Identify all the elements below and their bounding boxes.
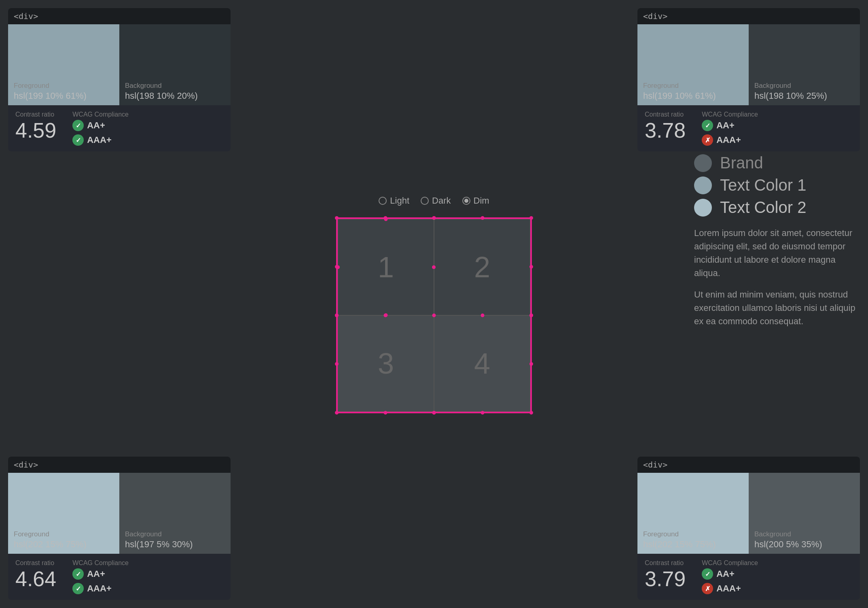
body-text-1: Lorem ipsum dolor sit amet, consectetur … [694, 226, 856, 280]
bg-value-br: hsl(200 5% 35%) [754, 539, 854, 550]
radio-light[interactable] [379, 197, 387, 205]
card-top-left: <div> Foreground hsl(199 10% 61%) Backgr… [8, 8, 231, 151]
wcag-label-tl: WCAG Compliance [72, 111, 129, 118]
col3-handle-bottom [481, 411, 485, 415]
aaa-text-tl: AAA+ [87, 135, 112, 145]
card-bottom-right-title: <div> [643, 460, 667, 470]
legend-text2: Text Color 2 [694, 198, 856, 217]
row1-handle-right [529, 265, 533, 269]
radio-dim[interactable] [462, 197, 470, 205]
contrast-value-br: 3.79 [645, 568, 686, 589]
col1-handle-bottom [384, 411, 387, 415]
bg-value-bl: hsl(197 5% 30%) [125, 539, 225, 550]
text2-label: Text Color 2 [720, 198, 806, 217]
mid-handle-bottom [432, 411, 436, 415]
contrast-label-tl: Contrast ratio [15, 111, 56, 118]
bg-value-tr: hsl(198 10% 25%) [754, 91, 854, 101]
theme-dark-label: Dark [432, 196, 451, 206]
text1-circle [694, 176, 712, 194]
center-handle [432, 314, 436, 317]
aa-check-bl: ✓ [72, 568, 84, 580]
stats-tr: Contrast ratio 3.78 WCAG Compliance ✓ AA… [637, 105, 860, 151]
aaa-text-tr: AAA+ [716, 135, 741, 145]
theme-dim[interactable]: Dim [462, 196, 489, 206]
wcag-aaa-tr: ✗ AAA+ [702, 134, 758, 146]
foreground-swatch-br: Foreground hsl(202 15% 75%) [637, 473, 749, 554]
brand-circle [694, 154, 712, 172]
grid-cell-3: 3 [338, 315, 434, 412]
bg-label-bl: Background [125, 530, 225, 538]
row3-handle-left [335, 362, 339, 366]
stats-bl: Contrast ratio 4.64 WCAG Compliance ✓ AA… [8, 554, 231, 600]
fg-label-bl: Foreground [14, 530, 114, 538]
aaa-text-br: AAA+ [716, 583, 741, 594]
bg-label-tr: Background [754, 82, 854, 90]
wcag-label-tr: WCAG Compliance [702, 111, 758, 118]
aaa-x-br: ✗ [702, 583, 713, 594]
fg-value-tl: hsl(199 10% 61%) [14, 91, 114, 101]
cell-1-label: 1 [378, 251, 394, 284]
theme-dim-label: Dim [474, 196, 489, 206]
aa-check-tr: ✓ [702, 120, 713, 131]
fg-value-bl: hsl(202 15% 75%) [14, 539, 114, 550]
wcag-aaa-tl: ✓ AAA+ [72, 134, 129, 146]
mid-handle-right [529, 314, 533, 317]
text1-label: Text Color 1 [720, 176, 806, 194]
card-bottom-left: <div> Foreground hsl(202 15% 75%) Backgr… [8, 457, 231, 600]
bg-label-br: Background [754, 530, 854, 538]
background-swatch-tr: Background hsl(198 10% 25%) [749, 24, 860, 105]
wcag-aa-tr: ✓ AA+ [702, 120, 758, 131]
stats-tl: Contrast ratio 4.59 WCAG Compliance ✓ AA… [8, 105, 231, 151]
fg-label-tl: Foreground [14, 82, 114, 90]
contrast-label-br: Contrast ratio [645, 559, 686, 567]
inner-cross-tr [481, 314, 485, 317]
cell-4-label: 4 [474, 347, 490, 380]
row1-handle-left [335, 265, 339, 269]
wcag-aa-br: ✓ AA+ [702, 568, 758, 580]
aa-text-tl: AA+ [87, 120, 105, 131]
aaa-text-bl: AAA+ [87, 583, 112, 594]
wcag-aa-bl: ✓ AA+ [72, 568, 129, 580]
col1-handle-top [384, 216, 387, 220]
mid-handle-left [335, 314, 339, 317]
contrast-label-bl: Contrast ratio [15, 559, 56, 567]
radio-dark[interactable] [421, 197, 429, 205]
background-swatch-bl: Background hsl(197 5% 30%) [119, 473, 231, 554]
grid-wrapper: 1 2 3 4 [337, 218, 531, 412]
stats-br: Contrast ratio 3.79 WCAG Compliance ✓ AA… [637, 554, 860, 600]
aaa-check-bl: ✓ [72, 583, 84, 594]
wcag-aa-tl: ✓ AA+ [72, 120, 129, 131]
grid-cell-1: 1 [338, 219, 434, 315]
mid-handle-top [432, 216, 436, 220]
grid-cell-4: 4 [434, 315, 530, 412]
aa-text-br: AA+ [716, 569, 735, 579]
cell-3-label: 3 [378, 347, 394, 380]
legend-panel: Brand Text Color 1 Text Color 2 Lorem ip… [694, 154, 856, 336]
wcag-aaa-br: ✗ AAA+ [702, 583, 758, 594]
theme-light[interactable]: Light [379, 196, 409, 206]
brand-label: Brand [720, 154, 763, 172]
row3-handle-right [529, 362, 533, 366]
text2-circle [694, 199, 712, 217]
aa-check-tl: ✓ [72, 120, 84, 131]
foreground-swatch-tl: Foreground hsl(199 10% 61%) [8, 24, 119, 105]
aa-text-tr: AA+ [716, 120, 735, 131]
card-bottom-right: <div> Foreground hsl(202 15% 75%) Backgr… [637, 457, 860, 600]
body-text-2: Ut enim ad minim veniam, quis nostrud ex… [694, 288, 856, 328]
aaa-check-tl: ✓ [72, 134, 84, 146]
inner-handle-1r [432, 266, 436, 269]
grid-cell-2: 2 [434, 219, 530, 315]
aaa-x-tr: ✗ [702, 134, 713, 146]
aa-text-bl: AA+ [87, 569, 105, 579]
wcag-aaa-bl: ✓ AAA+ [72, 583, 129, 594]
inner-cross-tl [384, 314, 387, 317]
wcag-label-br: WCAG Compliance [702, 559, 758, 567]
legend-text1: Text Color 1 [694, 176, 856, 194]
legend-brand: Brand [694, 154, 856, 172]
aa-check-br: ✓ [702, 568, 713, 580]
theme-light-label: Light [390, 196, 409, 206]
col3-handle-top [481, 216, 485, 220]
theme-dark[interactable]: Dark [421, 196, 451, 206]
foreground-swatch-bl: Foreground hsl(202 15% 75%) [8, 473, 119, 554]
contrast-value-tl: 4.59 [15, 120, 56, 141]
